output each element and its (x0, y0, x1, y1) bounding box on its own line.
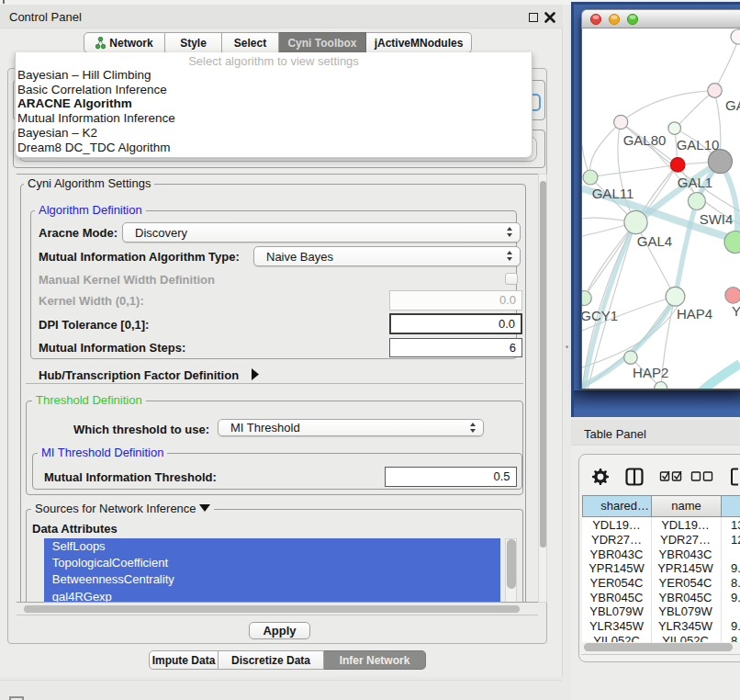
svg-text:HAP4: HAP4 (677, 306, 712, 322)
svg-text:GAL1: GAL1 (678, 175, 712, 190)
svg-text:Y: Y (732, 303, 740, 319)
svg-text:GAL10: GAL10 (677, 137, 720, 152)
svg-text:GCY1: GCY1 (582, 308, 618, 323)
svg-text:SWI4: SWI4 (700, 211, 734, 227)
svg-text:HAP2: HAP2 (633, 365, 668, 380)
svg-text:GAL11: GAL11 (592, 186, 634, 201)
svg-text:GAL7: GAL7 (725, 97, 740, 113)
svg-text:GAL4: GAL4 (637, 233, 672, 249)
svg-text:GAL80: GAL80 (623, 132, 667, 148)
